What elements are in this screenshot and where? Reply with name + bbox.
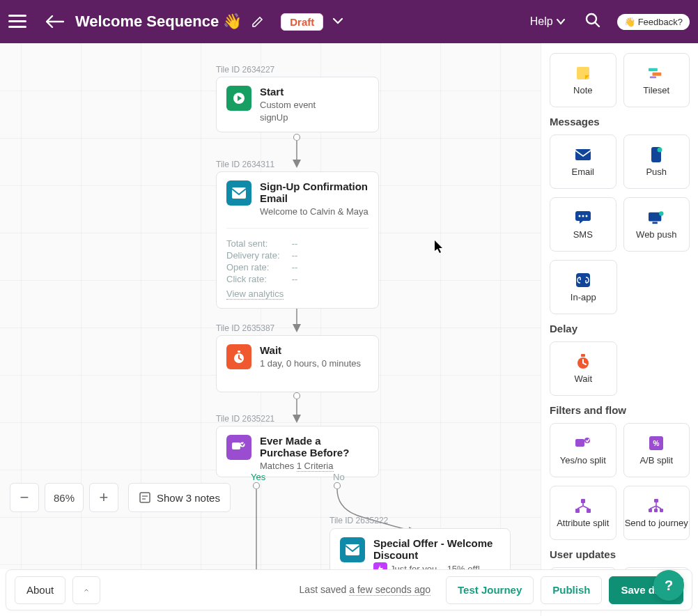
- view-analytics-link[interactable]: View analytics: [226, 288, 284, 300]
- show-notes-button[interactable]: Show 3 notes: [128, 483, 231, 512]
- help-label: Help: [530, 15, 553, 28]
- status-menu-button[interactable]: [332, 15, 344, 28]
- sms-icon: [575, 210, 591, 225]
- palette-sms[interactable]: SMS: [550, 197, 616, 252]
- svg-rect-48: [649, 509, 652, 512]
- palette-inapp[interactable]: In-app: [550, 260, 617, 314]
- split-title: Ever Made a Purchase Before?: [260, 435, 369, 459]
- palette-note[interactable]: Note: [550, 53, 616, 107]
- canvas[interactable]: Tile ID 2634227 Start Custom event signU…: [0, 43, 541, 569]
- search-button[interactable]: [585, 13, 600, 31]
- start-title: Start: [260, 86, 316, 98]
- svg-rect-14: [232, 187, 246, 199]
- panel-section-delay: Delay: [550, 323, 690, 334]
- split-tile[interactable]: Ever Made a Purchase Before? Matches 1 C…: [216, 426, 379, 477]
- palette-attr-split[interactable]: Attribute split: [550, 486, 616, 540]
- help-menu[interactable]: Help: [530, 15, 566, 28]
- svg-rect-19: [346, 544, 359, 555]
- attr-split-icon: [575, 498, 591, 514]
- svg-rect-17: [232, 442, 240, 449]
- stat-click-value: --: [292, 274, 298, 284]
- email-subtitle: Welcome to Calvin & Maya: [260, 206, 369, 218]
- svg-rect-44: [581, 499, 585, 503]
- split-subtitle: Matches 1 Criteria: [260, 460, 369, 472]
- palette-send-journey[interactable]: Send to journey: [623, 486, 690, 540]
- svg-rect-49: [654, 509, 658, 512]
- stat-open-label: Open rate:: [226, 262, 289, 272]
- tile-id-label: Tile ID 2635222: [329, 516, 388, 525]
- menu-button[interactable]: [8, 15, 26, 29]
- expand-button[interactable]: [72, 576, 100, 604]
- svg-rect-16: [238, 351, 240, 353]
- tileset-icon: [649, 66, 664, 81]
- svg-point-33: [585, 215, 587, 217]
- mouse-cursor-icon: [435, 240, 444, 253]
- tile-id-label: Tile ID 2634311: [216, 160, 274, 169]
- send-journey-icon: [649, 498, 664, 514]
- svg-rect-0: [8, 15, 26, 17]
- wait-tile[interactable]: Wait 1 day, 0 hours, 0 minutes: [216, 335, 379, 392]
- svg-rect-35: [653, 222, 658, 224]
- palette-webpush[interactable]: Web push: [623, 197, 690, 252]
- start-sub2: signUp: [260, 111, 316, 124]
- branch-yes-label: Yes: [251, 472, 265, 482]
- zoom-in-button[interactable]: +: [89, 483, 118, 512]
- svg-point-4: [294, 134, 300, 141]
- webpush-icon: [649, 210, 664, 225]
- stat-total-value: --: [292, 238, 298, 249]
- email-icon: [575, 147, 591, 162]
- wait-subtitle: 1 day, 0 hours, 0 minutes: [260, 357, 361, 370]
- page-title: Welcome Sequence 👋: [75, 13, 242, 31]
- email-tile[interactable]: Sign-Up Confirmation Email Welcome to Ca…: [216, 171, 379, 309]
- last-saved: Last saved a few seconds ago: [300, 584, 431, 596]
- palette-email[interactable]: Email: [550, 134, 616, 189]
- stat-delivery-label: Delivery rate:: [226, 250, 289, 261]
- help-fab-button[interactable]: ?: [653, 570, 684, 601]
- feedback-label: Feedback?: [638, 17, 683, 27]
- svg-rect-27: [575, 149, 591, 160]
- start-tile[interactable]: Start Custom event signUp: [216, 77, 379, 132]
- zoom-level: 86%: [45, 483, 84, 512]
- svg-rect-37: [576, 273, 590, 287]
- edit-title-button[interactable]: [251, 15, 264, 28]
- svg-rect-20: [140, 493, 150, 502]
- stat-total-label: Total sent:: [226, 238, 289, 249]
- svg-point-29: [658, 147, 662, 152]
- panel-section-messages: Messages: [550, 116, 690, 128]
- svg-rect-50: [660, 509, 663, 512]
- note-icon: [139, 491, 151, 504]
- ab-icon: %: [649, 436, 664, 451]
- palette-tileset[interactable]: Tileset: [623, 53, 690, 107]
- tile-id-label: Tile ID 2635387: [216, 323, 274, 333]
- email-icon: [226, 180, 251, 206]
- svg-point-8: [294, 393, 300, 399]
- notes-label: Show 3 notes: [157, 492, 220, 504]
- palette-ab-split[interactable]: %A/B split: [623, 423, 690, 477]
- feedback-button[interactable]: 👋 Feedback?: [617, 14, 690, 30]
- svg-rect-25: [653, 72, 662, 76]
- zoom-out-button[interactable]: −: [10, 483, 39, 512]
- palette-wait[interactable]: Wait: [550, 341, 617, 396]
- feedback-emoji: 👋: [624, 17, 635, 27]
- svg-point-32: [582, 215, 584, 217]
- split-icon: [226, 435, 251, 460]
- about-button[interactable]: About: [15, 576, 65, 604]
- svg-rect-45: [575, 509, 580, 513]
- push-icon: [649, 147, 664, 162]
- title-text: Welcome Sequence: [75, 13, 219, 31]
- svg-rect-47: [654, 499, 658, 502]
- test-journey-button[interactable]: Test Journey: [446, 576, 534, 604]
- back-button[interactable]: [46, 15, 64, 28]
- bottom-bar: About Last saved a few seconds ago Test …: [6, 569, 692, 610]
- svg-rect-23: [577, 67, 589, 79]
- palette-yesno-split[interactable]: Yes/no split: [550, 423, 616, 477]
- svg-rect-26: [650, 76, 656, 78]
- svg-point-31: [578, 215, 580, 217]
- title-emoji: 👋: [223, 13, 242, 31]
- offer-title: Special Offer - Welcome Discount: [373, 537, 500, 561]
- svg-point-10: [254, 483, 260, 489]
- svg-rect-1: [8, 20, 26, 22]
- svg-text:%: %: [653, 440, 660, 447]
- palette-push[interactable]: Push: [623, 134, 690, 189]
- publish-button[interactable]: Publish: [541, 576, 602, 604]
